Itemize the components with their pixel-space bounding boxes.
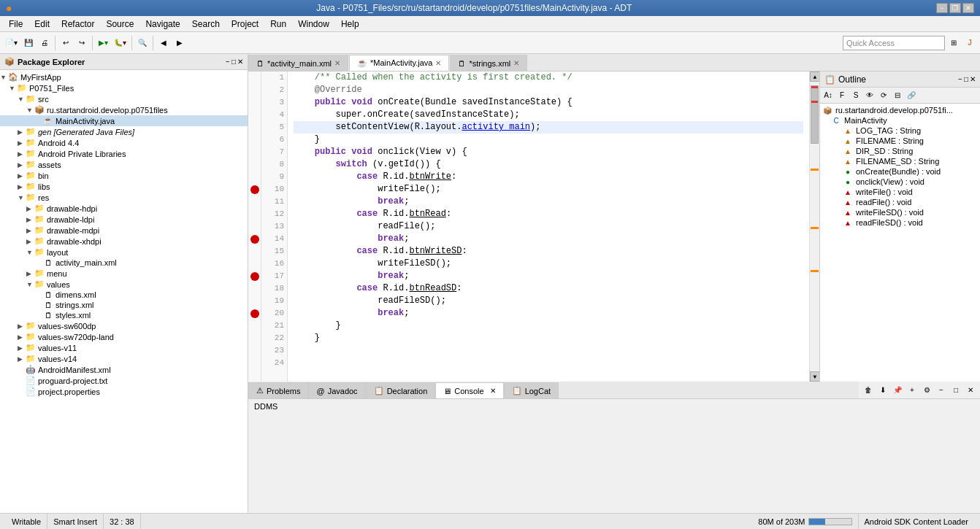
menu-item-edit[interactable]: Edit	[28, 18, 55, 31]
tree-item-drawable-mdpi[interactable]: ▶ 📁 drawable-mdpi	[0, 225, 248, 236]
bottom-tab-console[interactable]: 🖥Console✕	[435, 382, 503, 398]
console-scroll-button[interactable]: ⬇	[876, 384, 889, 397]
tree-item-androidmanifest-xml[interactable]: 🤖 AndroidManifest.xml	[0, 364, 248, 375]
vertical-scrollbar[interactable]: ▲ ▼	[809, 72, 819, 382]
menu-item-window[interactable]: Window	[292, 18, 335, 31]
tree-item-p0751-files[interactable]: ▼ 📁 P0751_Files	[0, 82, 248, 93]
menu-item-project[interactable]: Project	[226, 18, 264, 31]
tab-close-button[interactable]: ✕	[513, 59, 519, 67]
menu-item-help[interactable]: Help	[335, 18, 365, 31]
forward-button[interactable]: ▶	[172, 35, 187, 51]
pe-maximize-button[interactable]: □	[231, 58, 236, 66]
menu-item-refactor[interactable]: Refactor	[55, 18, 100, 31]
outline-minimize-button[interactable]: −	[958, 75, 962, 83]
tree-item-values-sw600dp[interactable]: ▶ 📁 values-sw600dp	[0, 320, 248, 331]
tree-item-dimens-xml[interactable]: 🗒 dimens.xml	[0, 290, 248, 300]
outline-item-filename-sd---string[interactable]: ▲ FILENAME_SD : String	[820, 156, 980, 166]
bottom-maximize-button[interactable]: □	[949, 384, 962, 397]
close-button[interactable]: ✕	[962, 3, 974, 13]
outline-item-writefile-----void[interactable]: ▲ writeFile() : void	[820, 187, 980, 197]
open-perspective-button[interactable]: ⊞	[946, 35, 961, 51]
status-memory[interactable]: 80M of 203M	[752, 514, 858, 529]
bottom-minimize-button[interactable]: −	[935, 384, 948, 397]
tree-item-mainactivity-java[interactable]: ☕ MainActivity.java	[0, 115, 248, 126]
outline-item-readfile-----void[interactable]: ▲ readFile() : void	[820, 197, 980, 207]
tree-item-src[interactable]: ▼ 📁 src	[0, 93, 248, 104]
scroll-up-button[interactable]: ▲	[810, 72, 819, 82]
minimize-button[interactable]: −	[936, 3, 948, 13]
redo-button[interactable]: ↪	[74, 35, 89, 51]
outline-sync-button[interactable]: ⟳	[877, 89, 890, 102]
tree-item-proguard-project-txt[interactable]: 📄 proguard-project.txt	[0, 375, 248, 386]
pe-close-button[interactable]: ✕	[237, 58, 243, 66]
outline-item-dir-sd---string[interactable]: ▲ DIR_SD : String	[820, 146, 980, 156]
quick-access-input[interactable]: Quick Access	[843, 36, 945, 50]
tree-item-layout[interactable]: ▼ 📁 layout	[0, 247, 248, 258]
menu-item-source[interactable]: Source	[100, 18, 139, 31]
outline-link-button[interactable]: 🔗	[905, 89, 918, 102]
menu-item-search[interactable]: Search	[186, 18, 226, 31]
run-button[interactable]: ▶▾	[96, 35, 110, 51]
tree-item-drawable-xhdpi[interactable]: ▶ 📁 drawable-xhdpi	[0, 236, 248, 247]
outline-collapse-button[interactable]: ⊟	[891, 89, 904, 102]
undo-button[interactable]: ↩	[58, 35, 73, 51]
outline-item-filename---string[interactable]: ▲ FILENAME : String	[820, 136, 980, 146]
menu-item-run[interactable]: Run	[264, 18, 292, 31]
outline-class[interactable]: C MainActivity	[820, 115, 980, 126]
tree-item-gen--generated-java-files-[interactable]: ▶ 📁 gen [Generated Java Files]	[0, 126, 248, 137]
scroll-down-button[interactable]: ▼	[810, 371, 819, 382]
search-button[interactable]: 🔍	[135, 35, 150, 51]
outline-close-button[interactable]: ✕	[970, 75, 976, 83]
tree-item-values[interactable]: ▼ 📁 values	[0, 279, 248, 290]
tree-item-activity-main-xml[interactable]: 🗒 activity_main.xml	[0, 258, 248, 268]
tree-item-drawable-hdpi[interactable]: ▶ 📁 drawable-hdpi	[0, 203, 248, 214]
outline-fields-button[interactable]: F	[835, 89, 849, 102]
save-button[interactable]: 💾	[21, 35, 36, 51]
outline-sort-button[interactable]: A↕	[822, 89, 835, 102]
tree-item-drawable-ldpi[interactable]: ▶ 📁 drawable-ldpi	[0, 214, 248, 225]
editor-tab--strings-xml[interactable]: 🗒*strings.xml✕	[450, 55, 527, 71]
code-editor[interactable]: 1 2 3 4 5 6 7 8 9 10 11 12 13 14	[248, 72, 819, 382]
outline-item-readfilesd-----void[interactable]: ▲ readFileSD() : void	[820, 217, 980, 228]
outline-item-writefilesd-----void[interactable]: ▲ writeFileSD() : void	[820, 207, 980, 217]
outline-item-onclick-view----void[interactable]: ● onclick(View) : void	[820, 177, 980, 187]
console-settings-button[interactable]: ⚙	[920, 384, 933, 397]
bottom-tab-logcat[interactable]: 📋LogCat	[504, 382, 559, 398]
tree-item-myfirstapp[interactable]: ▼ 🏠 MyFirstApp	[0, 72, 248, 82]
debug-button[interactable]: 🐛▾	[112, 35, 129, 51]
tab-close-button[interactable]: ✕	[435, 59, 441, 67]
bottom-tab-javadoc[interactable]: @Javadoc	[308, 382, 365, 398]
tree-item-ru-startandroid-develop-p0751f[interactable]: ▼ 📦 ru.startandroid.develop.p0751files	[0, 104, 248, 115]
outline-item-log-tag---string[interactable]: ▲ LOG_TAG : String	[820, 126, 980, 136]
tree-item-assets[interactable]: ▶ 📁 assets	[0, 159, 248, 170]
outline-maximize-button[interactable]: □	[964, 75, 968, 83]
outline-item-oncreate-bundle----void[interactable]: ● onCreate(Bundle) : void	[820, 166, 980, 177]
bottom-tab-problems[interactable]: ⚠Problems	[248, 382, 308, 398]
tree-item-menu[interactable]: ▶ 📁 menu	[0, 268, 248, 279]
code-lines-container[interactable]: /** Called when the activity is first cr…	[288, 72, 809, 382]
tab-close-button[interactable]: ✕	[334, 59, 340, 67]
tree-item-values-v14[interactable]: ▶ 📁 values-v14	[0, 353, 248, 364]
tree-item-project-properties[interactable]: 📄 project.properties	[0, 386, 248, 397]
console-pin-button[interactable]: 📌	[891, 384, 904, 397]
bottom-tab-declaration[interactable]: 📋Declaration	[366, 382, 436, 398]
editor-tab--activity-main-xml[interactable]: 🗒*activity_main.xml✕	[248, 55, 348, 71]
console-clear-button[interactable]: 🗑	[862, 384, 875, 397]
console-new-button[interactable]: +	[906, 384, 919, 397]
print-button[interactable]: 🖨	[37, 35, 52, 51]
outline-static-button[interactable]: S	[849, 89, 862, 102]
tree-item-values-sw720dp-land[interactable]: ▶ 📁 values-sw720dp-land	[0, 331, 248, 342]
bottom-tab-close[interactable]: ✕	[490, 387, 496, 395]
editor-tab--mainactivity-java[interactable]: ☕*MainActivity.java✕	[349, 55, 449, 71]
tree-item-values-v11[interactable]: ▶ 📁 values-v11	[0, 342, 248, 353]
pe-minimize-button[interactable]: −	[226, 58, 230, 66]
tree-item-android-private-libraries[interactable]: ▶ 📁 Android Private Libraries	[0, 148, 248, 159]
back-button[interactable]: ◀	[156, 35, 171, 51]
outline-nonpublic-button[interactable]: 👁	[863, 89, 876, 102]
java-perspective-button[interactable]: J	[962, 35, 977, 51]
new-button[interactable]: 📄▾	[3, 35, 20, 51]
tree-item-bin[interactable]: ▶ 📁 bin	[0, 170, 248, 181]
tree-item-android-4-4[interactable]: ▶ 📁 Android 4.4	[0, 137, 248, 148]
scroll-thumb[interactable]	[811, 85, 819, 144]
bottom-close-button[interactable]: ✕	[964, 384, 977, 397]
